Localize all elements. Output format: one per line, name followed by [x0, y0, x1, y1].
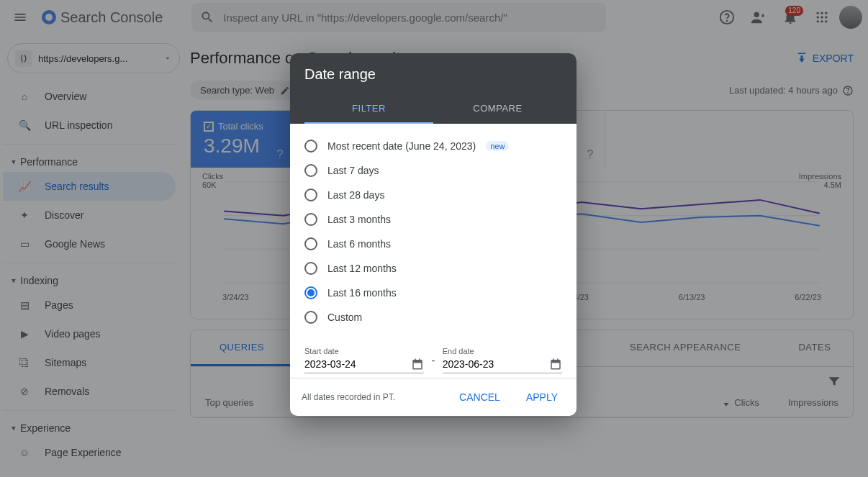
calendar-icon[interactable] — [411, 358, 424, 371]
date-option-5[interactable]: Last 12 months — [304, 256, 562, 281]
start-date-input[interactable] — [304, 355, 424, 373]
radio-icon — [304, 262, 317, 275]
radio-icon — [304, 140, 317, 153]
date-option-2[interactable]: Last 28 days — [304, 183, 562, 207]
tab-filter[interactable]: FILTER — [304, 94, 433, 124]
dialog-title: Date range — [304, 66, 562, 83]
date-option-7[interactable]: Custom — [304, 305, 562, 330]
date-option-6[interactable]: Last 16 months — [304, 281, 562, 305]
tab-compare[interactable]: COMPARE — [433, 94, 562, 124]
cancel-button[interactable]: CANCEL — [452, 386, 507, 409]
date-option-0[interactable]: Most recent date (June 24, 2023)new — [304, 134, 562, 158]
date-option-1[interactable]: Last 7 days — [304, 158, 562, 183]
radio-icon — [304, 311, 317, 324]
dash-separator: - — [431, 354, 435, 367]
radio-icon — [304, 213, 317, 226]
end-date-label: End date — [443, 347, 562, 355]
start-date-label: Start date — [304, 347, 424, 355]
radio-icon — [304, 164, 317, 177]
radio-icon — [304, 286, 317, 299]
date-option-4[interactable]: Last 6 months — [304, 232, 562, 256]
radio-icon — [304, 188, 317, 201]
radio-icon — [304, 237, 317, 250]
end-date-input[interactable] — [443, 355, 562, 373]
date-range-dialog: Date range FILTER COMPARE Most recent da… — [290, 53, 577, 416]
apply-button[interactable]: APPLY — [519, 386, 565, 409]
calendar-icon[interactable] — [549, 358, 562, 371]
timezone-note: All dates recorded in PT. — [302, 392, 395, 402]
date-option-3[interactable]: Last 3 months — [304, 207, 562, 232]
new-badge: new — [486, 141, 509, 151]
